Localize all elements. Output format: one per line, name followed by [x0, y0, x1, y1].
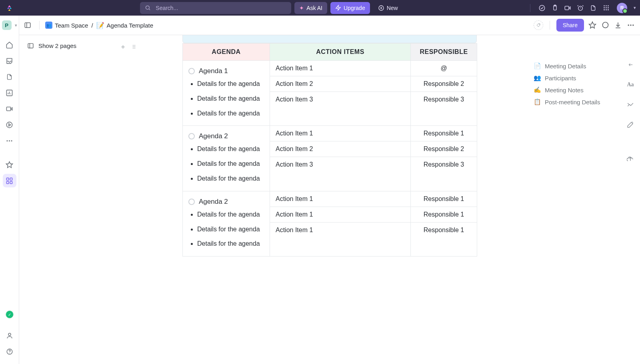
export-icon[interactable] [614, 21, 622, 30]
new-label: New [387, 5, 398, 11]
svg-line-13 [578, 5, 578, 6]
share-button[interactable]: Share [556, 19, 584, 32]
breadcrumb-separator: / [91, 22, 93, 29]
svg-point-22 [606, 9, 607, 10]
breadcrumb-bar: 👥 Team Space / 📝 Agenda Template Share [19, 16, 640, 35]
svg-rect-24 [25, 23, 30, 28]
svg-point-26 [539, 24, 539, 25]
global-search[interactable] [140, 2, 291, 14]
people-icon: 👥 [45, 22, 52, 29]
ask-ai-label: Ask AI [306, 5, 322, 11]
ask-ai-button[interactable]: ✦ Ask AI [294, 2, 327, 14]
svg-point-6 [539, 5, 545, 11]
workspace-pill: P [2, 20, 12, 30]
star-icon[interactable] [588, 21, 597, 30]
app-logo[interactable] [5, 4, 14, 12]
svg-point-20 [608, 7, 609, 8]
check-circle-icon[interactable] [538, 4, 546, 12]
svg-line-14 [582, 5, 583, 6]
apps-grid-icon[interactable] [602, 4, 610, 12]
bolt-icon [335, 5, 341, 11]
svg-line-1 [149, 9, 150, 10]
share-label: Share [563, 22, 578, 28]
workspace-switcher[interactable]: P ▾ [2, 20, 17, 30]
sidebar: P ▾ ✓ [0, 16, 19, 35]
svg-point-21 [604, 9, 605, 10]
comment-icon[interactable] [601, 21, 610, 30]
breadcrumb-space[interactable]: 👥 Team Space [45, 22, 88, 29]
video-icon[interactable] [564, 4, 571, 12]
search-input[interactable] [155, 4, 286, 12]
svg-point-18 [604, 7, 605, 8]
upgrade-label: Upgrade [344, 5, 365, 11]
svg-point-31 [630, 24, 631, 26]
svg-point-32 [632, 24, 634, 26]
svg-point-17 [608, 5, 609, 6]
doc-icon[interactable] [590, 4, 597, 12]
avatar-letter: R [620, 5, 624, 11]
upgrade-button[interactable]: Upgrade [330, 2, 370, 14]
more-icon[interactable] [626, 21, 635, 30]
topbar: ✦ Ask AI Upgrade New R ▾ [0, 0, 640, 16]
alarm-icon[interactable] [577, 4, 584, 12]
breadcrumb-space-label: Team Space [55, 22, 88, 29]
svg-point-19 [606, 7, 607, 8]
svg-marker-27 [589, 22, 596, 28]
svg-point-23 [608, 9, 609, 10]
panel-toggle-icon[interactable] [22, 19, 34, 31]
clipboard-icon[interactable] [551, 4, 558, 12]
add-tag-button[interactable] [534, 20, 543, 30]
svg-point-0 [146, 6, 150, 10]
svg-rect-9 [565, 6, 569, 10]
svg-point-30 [628, 24, 629, 26]
breadcrumb-page[interactable]: 📝 Agenda Template [96, 22, 153, 29]
chevron-down-icon[interactable]: ▾ [634, 5, 636, 10]
breadcrumb-page-label: Agenda Template [107, 22, 153, 29]
svg-point-15 [604, 5, 605, 6]
sparkle-icon: ✦ [299, 5, 304, 11]
new-button[interactable]: New [373, 2, 403, 14]
user-avatar[interactable]: R [617, 3, 627, 13]
svg-marker-2 [336, 5, 340, 10]
memo-icon: 📝 [96, 22, 104, 29]
plus-circle-icon [378, 5, 384, 11]
svg-point-16 [606, 5, 607, 6]
